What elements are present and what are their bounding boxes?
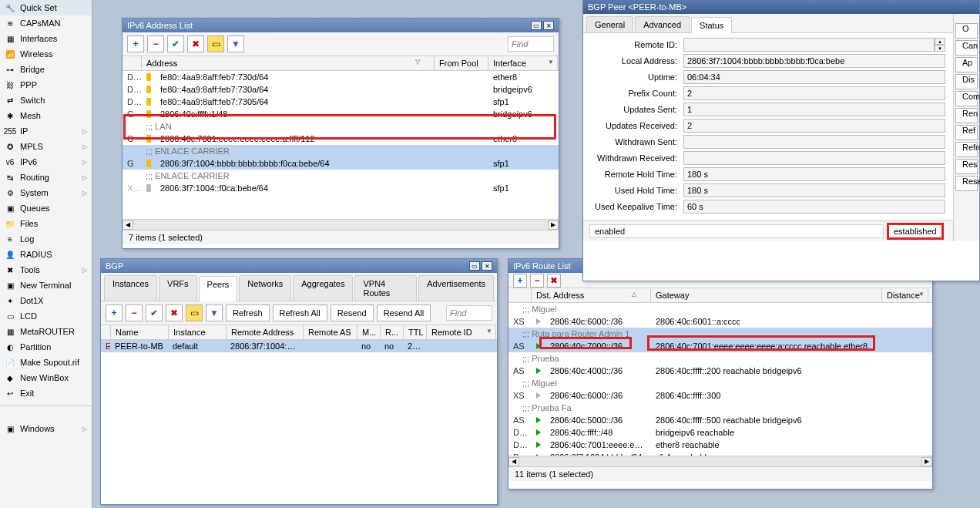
sidebar-item[interactable]: ✦Dot1X	[0, 293, 92, 308]
sidebar-item[interactable]: ⚙System▷	[0, 185, 92, 200]
table-row[interactable]: DLfe80::4aa9:8aff:feb7:730d/64ether8	[123, 71, 559, 83]
down-arrow-icon[interactable]: ▼	[935, 45, 945, 52]
remove-button[interactable]: −	[147, 35, 164, 52]
find-input[interactable]	[508, 36, 554, 52]
col-dst[interactable]: Dst. Address△	[532, 288, 651, 302]
table-row[interactable]: DLfe80::4aa9:8aff:feb7:730a/64bridgeipv6	[123, 83, 559, 96]
remove-button[interactable]: −	[126, 304, 143, 321]
refresh-button[interactable]: Refresh	[226, 304, 270, 321]
sidebar-item[interactable]: ◐Partition	[0, 339, 92, 355]
col[interactable]: Name	[111, 325, 169, 339]
sidebar-item[interactable]: ≡Log	[0, 231, 92, 247]
sidebar-item[interactable]: ▣New Terminal	[0, 278, 92, 293]
table-row[interactable]: AS2806:40c:5000::/362806:40c:ffff::500 r…	[508, 414, 932, 426]
table-row[interactable]: DLfe80::4aa9:8aff:feb7:7305/64sfp1	[123, 96, 559, 108]
sidebar-item[interactable]: ↹Routing▷	[0, 170, 92, 185]
action-button[interactable]: Ap	[955, 57, 978, 72]
table-row[interactable]: DAC2806:40c:ffff::/48bridgeipv6 reachabl…	[508, 426, 932, 439]
sidebar-item[interactable]: ▣Queues	[0, 200, 92, 216]
bgp-peer-title-bar[interactable]: BGP Peer <PEER-to-MB>	[583, 0, 979, 14]
tab[interactable]: Status	[691, 17, 732, 33]
disable-button[interactable]: ✖	[166, 304, 183, 321]
col[interactable]: TTL	[404, 325, 427, 339]
sidebar-item[interactable]: ▦Interfaces	[0, 31, 92, 46]
sidebar-item[interactable]: 📁Files	[0, 216, 92, 231]
action-button[interactable]: Ren	[955, 108, 978, 123]
add-button[interactable]: +	[513, 274, 527, 288]
sidebar-item[interactable]: 👤RADIUS	[0, 247, 92, 262]
comment-button[interactable]: ▭	[207, 35, 224, 52]
min-button[interactable]: ▭	[531, 21, 542, 30]
col-distance[interactable]: Distance▼	[882, 288, 928, 302]
action-button[interactable]: Dis	[955, 74, 978, 89]
tab[interactable]: Networks	[239, 275, 291, 301]
table-row[interactable]: XS2806:40c:6000::/362806:40c:6001::a:ccc…	[508, 315, 932, 328]
table-row[interactable]: XG2806:3f7:1004::f0ca:bebe/64sfp1	[123, 182, 559, 194]
sidebar-item[interactable]: v6IPv6▷	[0, 154, 92, 170]
col[interactable]: Remote Address	[227, 325, 304, 339]
find-input[interactable]	[446, 305, 492, 321]
sidebar-item[interactable]: ◆New WinBox	[0, 370, 92, 385]
sidebar-item-windows[interactable]: ▣Windows▷	[0, 421, 92, 436]
tab[interactable]: Advanced	[635, 16, 690, 32]
close-button[interactable]: ✕	[482, 261, 492, 271]
col-interface[interactable]: Interface▼	[488, 56, 558, 70]
tab[interactable]: Instances	[104, 275, 157, 301]
action-button[interactable]: Res	[955, 159, 978, 174]
disable-button[interactable]: ✖	[187, 35, 204, 52]
tab[interactable]: Advertisements	[418, 275, 494, 301]
sidebar-item[interactable]: ⇄Switch	[0, 93, 92, 108]
tab[interactable]: VPN4 Routes	[354, 275, 417, 301]
col[interactable]	[101, 325, 111, 339]
action-button[interactable]: O	[955, 23, 978, 39]
sidebar-item[interactable]: 🔧Quick Set	[0, 0, 92, 15]
add-button[interactable]: +	[106, 304, 123, 321]
remove-button[interactable]: −	[530, 274, 544, 288]
tab[interactable]: General	[586, 16, 633, 32]
col[interactable]: Remote ID▼	[427, 325, 496, 339]
min-button[interactable]: ▭	[469, 261, 480, 271]
action-button[interactable]: Rese	[955, 176, 978, 191]
table-row[interactable]: DAC2806:3f7:1004:bbbb::/64sfp1 reachable	[508, 451, 932, 456]
enable-button[interactable]: ✔	[146, 304, 163, 321]
sidebar-item[interactable]: ▭LCD	[0, 308, 92, 324]
sidebar-item[interactable]: ≋CAPsMAN	[0, 15, 92, 31]
sidebar-item[interactable]: ↩Exit	[0, 385, 92, 401]
action-button[interactable]: Ref	[955, 125, 978, 140]
col[interactable]: Remote AS	[304, 325, 357, 339]
sidebar-item[interactable]: 📶Wireless	[0, 46, 92, 62]
tab[interactable]: Aggregates	[293, 275, 353, 301]
table-row[interactable]: G2806:40c:ffff::1/48bridgeipv6	[123, 108, 559, 120]
resend-button[interactable]: Resend	[331, 304, 374, 321]
col[interactable]: M...	[357, 325, 381, 339]
h-scrollbar[interactable]: ◀▶	[508, 456, 932, 466]
filter-button[interactable]: ▼	[227, 35, 244, 52]
col-address[interactable]: Address▽	[142, 56, 435, 70]
close-button[interactable]: ✕	[543, 21, 554, 30]
sidebar-item[interactable]: ⊶Bridge	[0, 62, 92, 77]
filter-button[interactable]: ▼	[206, 304, 223, 321]
table-row[interactable]: AS2806:40c:4000::/362806:40c:ffff::200 r…	[508, 365, 932, 377]
table-row[interactable]: DAC2806:40c:7001:eeee:eee..ether8 reacha…	[508, 439, 932, 451]
table-row[interactable]: XS2806:40c:6000::/362806:40c:ffff::300	[508, 389, 932, 402]
ipv6-address-title-bar[interactable]: IPv6 Address List ▭ ✕	[123, 19, 559, 32]
action-button[interactable]: Com	[955, 91, 978, 106]
table-row[interactable]: E PEER-to-MB default 2806:3f7:1004:bb.. …	[101, 340, 497, 352]
sidebar-item[interactable]: ✱Mesh	[0, 108, 92, 123]
bgp-title-bar[interactable]: BGP ▭ ✕	[101, 259, 497, 273]
sidebar-item[interactable]: ✪MPLS▷	[0, 139, 92, 154]
resend-all-button[interactable]: Resend All	[377, 304, 431, 321]
sidebar-item[interactable]: 📄Make Supout.rif	[0, 355, 92, 370]
up-arrow-icon[interactable]: ▲	[935, 38, 945, 45]
sidebar-item[interactable]: ▦MetaROUTER	[0, 324, 92, 339]
table-row[interactable]: AS2806:40c:7000::/362806:40c:7001:eeee:e…	[508, 340, 932, 352]
disable-button[interactable]: ✖	[547, 274, 561, 288]
table-row[interactable]: G2806:3f7:1004:bbbb:bbbb:bbbb:f0ca:bebe/…	[123, 157, 559, 170]
table-row[interactable]: G2806:40c:7001:eeee:eeee:eeee:a:ffff/112…	[123, 133, 559, 145]
tab[interactable]: VRFs	[159, 275, 197, 301]
tab[interactable]: Peers	[199, 276, 238, 301]
sidebar-item[interactable]: 255IP▷	[0, 123, 92, 139]
sidebar-item[interactable]: ✖Tools▷	[0, 262, 92, 278]
refresh-all-button[interactable]: Refresh All	[273, 304, 327, 321]
col-from-pool[interactable]: From Pool	[435, 56, 488, 70]
